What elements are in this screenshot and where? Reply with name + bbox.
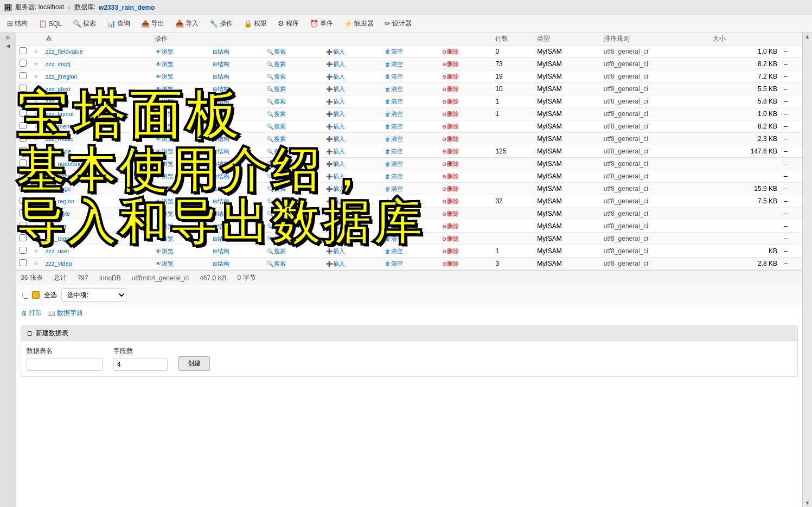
browse-btn-13[interactable]: 👁浏览 (155, 210, 175, 218)
structure-btn-4[interactable]: ⊞结构 (212, 98, 231, 106)
structure-btn-2[interactable]: ⊞结构 (212, 73, 231, 81)
row-checkbox-17[interactable] (20, 259, 27, 266)
browse-btn-6[interactable]: 👁浏览 (155, 123, 175, 131)
browse-btn-8[interactable]: 👁浏览 (155, 147, 175, 156)
delete-btn-12[interactable]: ⊖删除 (441, 197, 460, 206)
empty-btn-9[interactable]: 🗑清空 (384, 160, 404, 168)
browse-btn-9[interactable]: 👁浏览 (155, 160, 175, 168)
star-icon-13[interactable]: ★ (33, 210, 39, 217)
row-checkbox-5[interactable] (20, 110, 27, 117)
star-icon-1[interactable]: ★ (33, 60, 39, 68)
delete-btn-17[interactable]: ⊖删除 (441, 260, 460, 268)
insert-btn-6[interactable]: ➕插入 (325, 123, 346, 131)
empty-btn-2[interactable]: 🗑清空 (384, 73, 404, 81)
row-checkbox-15[interactable] (20, 234, 27, 241)
browse-btn-10[interactable]: 👁浏览 (155, 172, 175, 181)
search-btn-3[interactable]: 🔍搜索 (266, 85, 287, 93)
row-checkbox-13[interactable] (20, 209, 27, 216)
table-name-link-11[interactable]: zzz_page (46, 185, 71, 192)
table-name-link-9[interactable]: zzz_nodelangrel (46, 161, 89, 167)
toolbar-sql[interactable]: 📋 SQL (34, 17, 67, 30)
star-icon-7[interactable]: ★ (33, 135, 39, 143)
search-btn-4[interactable]: 🔍搜索 (266, 98, 287, 106)
row-checkbox-12[interactable] (20, 197, 27, 204)
empty-btn-0[interactable]: 🗑清空 (384, 48, 404, 56)
structure-btn-10[interactable]: ⊞结构 (212, 172, 231, 181)
table-name-link-13[interactable]: zzz_style (46, 210, 70, 217)
structure-btn-8[interactable]: ⊞结构 (212, 147, 231, 156)
insert-btn-0[interactable]: ➕插入 (325, 48, 346, 56)
search-btn-5[interactable]: 🔍搜索 (266, 110, 287, 118)
search-btn-6[interactable]: 🔍搜索 (266, 123, 287, 131)
structure-btn-17[interactable]: ⊞结构 (212, 260, 231, 268)
create-table-button[interactable]: 创建 (178, 356, 210, 371)
empty-btn-12[interactable]: 🗑清空 (384, 197, 404, 206)
insert-btn-12[interactable]: ➕插入 (325, 197, 346, 206)
insert-btn-13[interactable]: ➕插入 (325, 210, 346, 218)
insert-btn-16[interactable]: ➕插入 (325, 247, 346, 255)
row-checkbox-3[interactable] (20, 85, 27, 92)
star-icon-16[interactable]: ★ (33, 247, 39, 255)
row-checkbox-7[interactable] (20, 134, 27, 142)
row-checkbox-9[interactable] (20, 159, 27, 166)
table-name-link-1[interactable]: zzz_imgfj (46, 61, 71, 67)
toolbar-export[interactable]: 📤 导出 (136, 17, 169, 30)
select-action-dropdown[interactable]: 选中项: 全选 清除全选 反转 删除 (61, 288, 126, 301)
browse-btn-16[interactable]: 👁浏览 (155, 247, 175, 255)
table-name-link-7[interactable]: zzz_music (46, 136, 73, 142)
search-btn-9[interactable]: 🔍搜索 (266, 160, 287, 168)
search-btn-8[interactable]: 🔍搜索 (266, 147, 287, 156)
empty-btn-3[interactable]: 🗑清空 (384, 85, 404, 93)
delete-btn-15[interactable]: ⊖删除 (441, 235, 460, 243)
search-btn-7[interactable]: 🔍搜索 (266, 135, 287, 143)
table-area[interactable]: 表 操作 行数 类型 排序规则 大小 ★ zzz_fieldvalue 👁浏览 (16, 33, 802, 507)
row-checkbox-8[interactable] (20, 147, 27, 154)
empty-btn-13[interactable]: 🗑清空 (384, 210, 404, 218)
structure-btn-16[interactable]: ⊞结构 (212, 247, 231, 255)
browse-btn-14[interactable]: 👁浏览 (155, 222, 175, 230)
delete-btn-8[interactable]: ⊖删除 (441, 147, 460, 156)
row-checkbox-10[interactable] (20, 172, 27, 179)
scroll-up-arrow[interactable]: ▲ (804, 33, 811, 41)
scroll-down-arrow[interactable]: ▼ (804, 499, 811, 507)
table-name-input[interactable] (27, 358, 103, 371)
row-checkbox-1[interactable] (20, 60, 27, 67)
delete-btn-4[interactable]: ⊖删除 (441, 98, 460, 106)
table-name-link-3[interactable]: zzz_jttext (46, 86, 71, 92)
insert-btn-11[interactable]: ➕插入 (325, 185, 346, 193)
toolbar-privileges[interactable]: 🔒 权限 (239, 17, 272, 30)
insert-btn-5[interactable]: ➕插入 (325, 110, 346, 118)
structure-btn-11[interactable]: ⊞结构 (212, 185, 231, 193)
delete-btn-13[interactable]: ⊖删除 (441, 210, 460, 218)
structure-btn-13[interactable]: ⊞结构 (212, 210, 231, 218)
empty-btn-17[interactable]: 🗑清空 (384, 260, 404, 268)
toolbar-import[interactable]: 📥 导入 (170, 17, 203, 30)
browse-btn-1[interactable]: 👁浏览 (155, 60, 175, 68)
table-name-link-4[interactable]: zzz_lang (46, 98, 69, 105)
star-icon-11[interactable]: ★ (33, 185, 39, 192)
table-name-link-15[interactable]: zzz_tagnode (46, 235, 79, 242)
delete-btn-0[interactable]: ⊖删除 (441, 48, 460, 56)
star-icon-10[interactable]: ★ (33, 172, 39, 180)
star-icon-17[interactable]: ★ (33, 260, 39, 267)
browse-btn-3[interactable]: 👁浏览 (155, 85, 175, 93)
left-icon-2[interactable]: ◀ (6, 43, 10, 49)
side-scrollbar[interactable]: ▲ ▼ (802, 33, 812, 507)
empty-btn-10[interactable]: 🗑清空 (384, 172, 404, 181)
browse-btn-5[interactable]: 👁浏览 (155, 110, 175, 118)
row-checkbox-4[interactable] (20, 97, 27, 104)
browse-btn-15[interactable]: 👁浏览 (155, 235, 175, 243)
browse-btn-0[interactable]: 👁浏览 (155, 48, 175, 56)
star-icon-4[interactable]: ★ (33, 98, 39, 105)
print-link[interactable]: 🖨 打印 (21, 309, 42, 318)
delete-btn-16[interactable]: ⊖删除 (441, 247, 460, 255)
star-icon-14[interactable]: ★ (33, 222, 39, 230)
structure-btn-7[interactable]: ⊞结构 (212, 135, 231, 143)
star-icon-8[interactable]: ★ (33, 147, 39, 155)
delete-btn-1[interactable]: ⊖删除 (441, 60, 460, 68)
star-icon-5[interactable]: ★ (33, 110, 39, 118)
toolbar-event[interactable]: ⏰ 事件 (305, 17, 338, 30)
search-btn-1[interactable]: 🔍搜索 (266, 60, 287, 68)
table-name-link-10[interactable]: zzz_nodetext (46, 173, 81, 179)
structure-btn-15[interactable]: ⊞结构 (212, 235, 231, 243)
